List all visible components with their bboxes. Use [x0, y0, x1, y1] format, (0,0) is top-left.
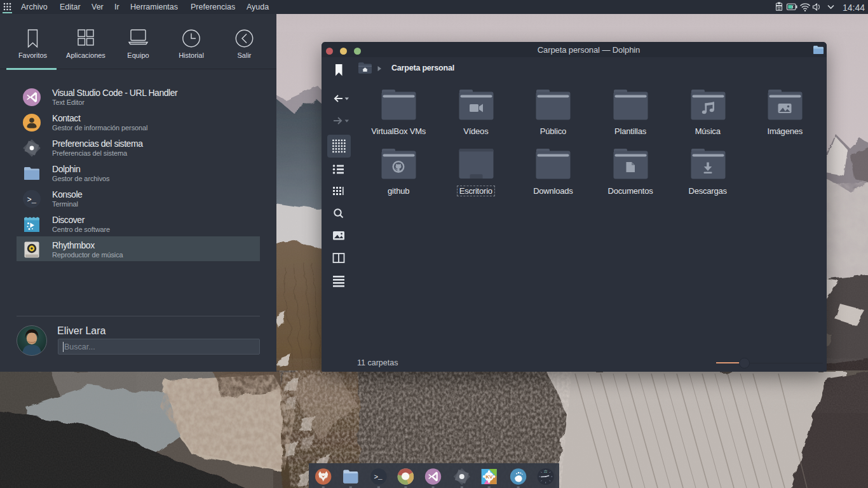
svg-text:12: 12	[544, 470, 548, 473]
svg-text:KV: KV	[485, 474, 493, 480]
svg-text:>_: >_	[27, 196, 37, 205]
svg-text:>_: >_	[374, 473, 383, 481]
